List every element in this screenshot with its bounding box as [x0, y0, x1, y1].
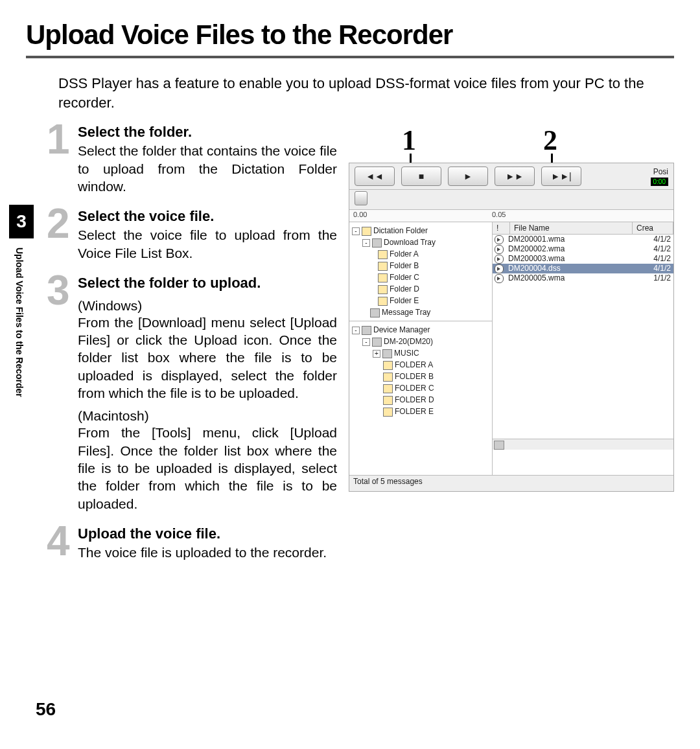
step-number: 1	[47, 119, 70, 160]
folder-icon	[383, 361, 393, 370]
folder-icon	[378, 250, 388, 259]
tree-root[interactable]: Dictation Folder	[373, 226, 428, 235]
file-row[interactable]: DM200004.dss4/1/2	[493, 264, 673, 273]
tray-icon	[372, 238, 382, 248]
step-body: The voice file is uploaded to the record…	[78, 544, 337, 561]
scroll-thumb[interactable]	[494, 441, 504, 450]
file-date: 4/1/2	[638, 235, 673, 244]
step-body: Select the voice file to upload from the…	[78, 226, 337, 262]
rewind-button[interactable]: ◄◄	[355, 167, 395, 186]
app-screenshot: ◄◄ ■ ► ►► ►►| Posi 0:00 0.00 0.05	[349, 163, 674, 492]
list-header: ! File Name Crea	[493, 222, 673, 235]
title-rule	[26, 56, 674, 58]
step-number: 4	[47, 520, 70, 562]
collapse-icon[interactable]: -	[362, 239, 370, 247]
file-name: DM200005.wma	[507, 273, 638, 283]
dictation-tree: -Dictation Folder -Download Tray Folder …	[349, 222, 492, 321]
tree-root[interactable]: Device Manager	[373, 325, 430, 334]
col-created[interactable]: Crea	[633, 222, 673, 234]
tree-item[interactable]: Folder A	[390, 249, 419, 259]
step-4: 4 Upload the voice file. The voice file …	[58, 525, 337, 561]
tree-item[interactable]: FOLDER B	[395, 372, 434, 381]
collapse-icon[interactable]: -	[362, 338, 370, 346]
folder-tree-pane: -Dictation Folder -Download Tray Folder …	[349, 222, 493, 475]
page-title: Upload Voice Files to the Recorder	[26, 19, 674, 51]
device-icon	[362, 326, 371, 335]
ruler-tick: 0.05	[492, 211, 506, 218]
folder-icon	[383, 408, 393, 417]
seek-handle[interactable]	[355, 191, 368, 205]
step-1: 1 Select the folder. Select the folder t…	[58, 124, 337, 195]
forward-button[interactable]: ►►	[495, 167, 535, 186]
collapse-icon[interactable]: -	[352, 227, 360, 235]
play-button[interactable]: ►	[448, 167, 488, 186]
step-number: 3	[47, 270, 70, 311]
step-body: From the [Tools] menu, click [Upload Fil…	[78, 424, 337, 512]
file-date: 1/1/2	[638, 273, 673, 283]
tree-item[interactable]: FOLDER A	[395, 360, 433, 369]
file-date: 4/1/2	[638, 254, 673, 264]
platform-label: (Windows)	[78, 298, 337, 314]
tree-item[interactable]: MUSIC	[394, 349, 419, 358]
folder-icon	[378, 285, 388, 294]
step-title: Upload the voice file.	[78, 525, 337, 542]
folder-icon	[378, 262, 388, 271]
file-name: DM200003.wma	[507, 254, 638, 264]
step-body: Select the folder that contains the voic…	[78, 142, 337, 195]
tree-item[interactable]: Download Tray	[384, 238, 436, 247]
callout-row: 1 2	[337, 124, 674, 163]
file-date: 4/1/2	[638, 264, 673, 273]
folder-icon	[362, 227, 371, 236]
stop-button[interactable]: ■	[401, 167, 441, 186]
position-label: Posi	[653, 167, 668, 176]
file-name: DM200002.wma	[507, 244, 638, 254]
music-icon	[382, 349, 392, 358]
file-row[interactable]: DM200002.wma4/1/2	[493, 244, 673, 254]
screenshot-column: 1 2 ◄◄ ■ ► ►► ►►| Posi 0:00	[337, 124, 674, 574]
collapse-icon[interactable]: -	[352, 327, 360, 334]
audio-file-icon	[495, 274, 504, 283]
file-row[interactable]: DM200003.wma4/1/2	[493, 254, 673, 264]
page-number: 56	[36, 699, 56, 720]
file-date: 4/1/2	[638, 244, 673, 254]
chapter-tab: 3	[9, 205, 34, 238]
audio-file-icon	[495, 235, 504, 244]
step-title: Select the voice file.	[78, 208, 337, 225]
file-row[interactable]: DM200005.wma1/1/2	[493, 273, 673, 283]
recorder-icon	[372, 338, 382, 347]
steps-column: 1 Select the folder. Select the folder t…	[26, 124, 337, 574]
position-value: 0:00	[651, 178, 668, 186]
step-3: 3 Select the folder to upload. (Windows)…	[58, 275, 337, 513]
folder-icon	[383, 373, 393, 382]
intro-text: DSS Player has a feature to enable you t…	[26, 74, 674, 112]
step-title: Select the folder.	[78, 124, 337, 141]
seek-slider-row	[349, 190, 673, 210]
tree-item[interactable]: FOLDER E	[395, 407, 434, 416]
status-bar: Total of 5 messages	[349, 475, 673, 491]
audio-file-icon	[495, 245, 504, 254]
device-tree: -Device Manager -DM-20(DM20) +MUSIC FOLD…	[349, 321, 492, 443]
time-ruler: 0.00 0.05	[349, 210, 673, 222]
tree-item[interactable]: FOLDER C	[395, 384, 434, 393]
horizontal-scrollbar[interactable]	[493, 439, 673, 450]
tree-item[interactable]: Folder B	[390, 261, 419, 270]
audio-file-icon	[495, 264, 504, 273]
expand-icon[interactable]: +	[373, 350, 380, 358]
skip-end-button[interactable]: ►►|	[541, 167, 581, 186]
position-indicator: Posi 0:00	[651, 167, 668, 186]
col-filename[interactable]: File Name	[510, 222, 633, 234]
tree-item[interactable]: FOLDER D	[395, 395, 434, 404]
folder-icon	[378, 273, 388, 282]
tree-item[interactable]: Folder E	[390, 296, 419, 305]
tree-item[interactable]: Folder C	[390, 273, 419, 282]
col-priority[interactable]: !	[493, 222, 510, 234]
player-toolbar: ◄◄ ■ ► ►► ►►| Posi 0:00	[349, 163, 673, 190]
tree-item[interactable]: DM-20(DM20)	[384, 337, 433, 346]
tree-item[interactable]: Message Tray	[382, 308, 430, 317]
callout-number-1: 1	[402, 124, 416, 157]
step-title: Select the folder to upload.	[78, 275, 337, 292]
tree-item[interactable]: Folder D	[390, 284, 419, 294]
file-row[interactable]: DM200001.wma4/1/2	[493, 235, 673, 244]
step-body: From the [Download] menu select [Upload …	[78, 314, 337, 402]
file-list-pane: ! File Name Crea DM200001.wma4/1/2DM2000…	[493, 222, 673, 475]
